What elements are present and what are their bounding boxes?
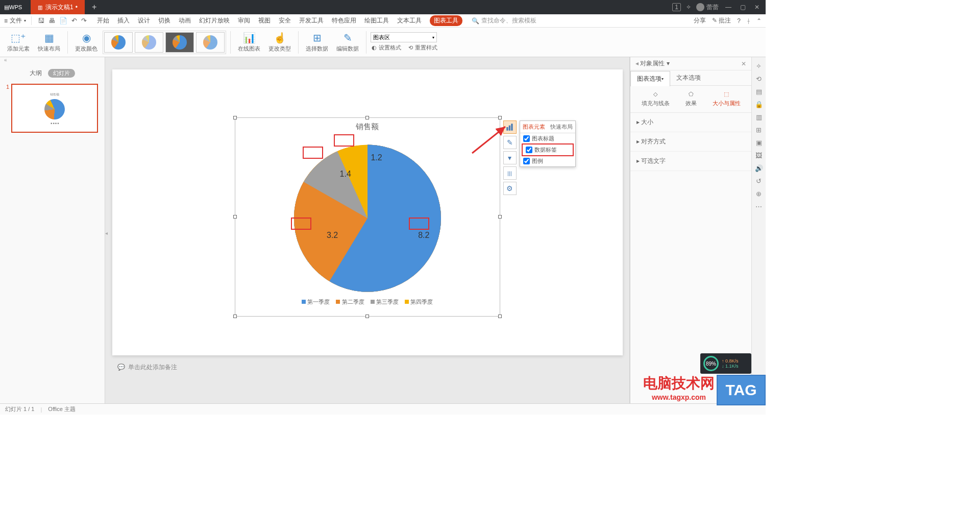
tab-security[interactable]: 安全 [279, 16, 291, 25]
comment-button[interactable]: ✎ 批注 [712, 16, 731, 25]
online-chart-button[interactable]: 📊在线图表 [235, 30, 263, 55]
tab-animation[interactable]: 动画 [179, 16, 191, 25]
section-optional-text[interactable]: ▸ 可选文字 [630, 152, 751, 171]
resize-handle[interactable] [365, 315, 369, 318]
props-tab-chart[interactable]: 图表选项 ▾ [630, 71, 670, 86]
help-icon[interactable]: ? [737, 17, 741, 25]
canvas-area: ◂ 销售额 [105, 57, 630, 403]
popup-opt-labels[interactable]: 数据标签 [522, 143, 574, 156]
tab-start[interactable]: 开始 [97, 16, 109, 25]
minimize-button[interactable]: — [724, 4, 733, 11]
side-tool-10[interactable]: ↺ [756, 177, 762, 185]
print-icon[interactable]: 🖶 [48, 17, 55, 25]
settings-icon[interactable]: ⟊ [747, 17, 750, 25]
set-format-button[interactable]: ◐设置格式 [371, 43, 402, 52]
undo-icon[interactable]: ↶ [71, 17, 77, 25]
maximize-button[interactable]: ▢ [738, 4, 747, 11]
panel-collapse-icon[interactable]: « [0, 57, 105, 66]
popup-tab-elements[interactable]: 图表元素 [520, 121, 548, 133]
slide-canvas[interactable]: 销售额 [112, 69, 623, 355]
tab-slideshow[interactable]: 幻灯片放映 [199, 16, 230, 25]
slides-tab[interactable]: 幻灯片 [48, 69, 75, 78]
edit-data-icon: ✎ [344, 32, 352, 44]
popup-tab-layout[interactable]: 快速布局 [548, 121, 575, 133]
style-preset-2[interactable] [135, 32, 163, 53]
resize-handle[interactable] [365, 116, 369, 119]
add-element-button[interactable]: ⬚⁺添加元素 [4, 30, 33, 55]
command-search[interactable]: 🔍 查找命令、搜索模板 [472, 16, 536, 25]
side-tool-7[interactable]: ▣ [756, 139, 762, 147]
resize-handle[interactable] [498, 116, 502, 119]
tab-transition[interactable]: 切换 [158, 16, 170, 25]
tab-devtools[interactable]: 开发工具 [299, 16, 324, 25]
redo-icon[interactable]: ↷ [81, 17, 87, 25]
quick-layout-button[interactable]: ▦快速布局 [35, 30, 63, 55]
reset-style-button[interactable]: ⟲重置样式 [407, 43, 438, 52]
user-area[interactable]: 蕾蕾 [696, 3, 719, 12]
chart-area-select[interactable]: 图表区▾ [371, 32, 437, 42]
outline-tab[interactable]: 大纲 [30, 69, 42, 78]
side-tool-more[interactable]: ⋯ [755, 203, 762, 210]
save-icon[interactable]: 🖫 [38, 17, 44, 25]
chart-settings-button[interactable]: ⚙ [503, 182, 517, 195]
side-tool-4[interactable]: 🔒 [755, 101, 763, 108]
file-menu[interactable]: ≡ 文件 ▾ [4, 16, 32, 25]
chart-object[interactable]: 销售额 [235, 117, 500, 317]
title-bar: ▤ WPS ▥ 演示文稿1 • + 1 ✧ 蕾蕾 — ▢ ✕ [0, 0, 766, 14]
props-size[interactable]: ⬚大小与属性 [713, 91, 741, 107]
tab-text-tools[interactable]: 文本工具 [397, 16, 422, 25]
side-tool-5[interactable]: ▥ [756, 113, 762, 121]
section-size[interactable]: ▸ 大小 [630, 113, 751, 132]
style-preset-3[interactable] [165, 32, 194, 53]
slide-thumbnail-1[interactable]: 销售额 ■ ■ ■ ■ [11, 84, 98, 133]
popup-opt-title[interactable]: 图表标题 [520, 133, 575, 144]
side-tool-2[interactable]: ⟲ [756, 75, 762, 83]
tab-special[interactable]: 特色应用 [332, 16, 356, 25]
tab-design[interactable]: 设计 [138, 16, 150, 25]
props-effect[interactable]: ⬠效果 [685, 91, 697, 107]
props-tab-text[interactable]: 文本选项 [670, 70, 707, 86]
resize-handle[interactable] [233, 315, 237, 318]
notes-bar[interactable]: 💬 单击此处添加备注 [112, 359, 623, 375]
chart-data-button[interactable]: ⫼ [503, 166, 517, 180]
close-button[interactable]: ✕ [752, 4, 762, 11]
tab-insert[interactable]: 插入 [117, 16, 130, 25]
chart-title[interactable]: 销售额 [235, 118, 500, 132]
style-preset-4[interactable] [196, 32, 225, 53]
document-tab[interactable]: ▥ 演示文稿1 • [31, 0, 85, 14]
new-tab-button[interactable]: + [85, 3, 104, 12]
side-tool-3[interactable]: ▤ [756, 88, 762, 95]
popup-opt-legend[interactable]: 图例 [520, 156, 575, 166]
chevron-left-icon[interactable]: ◂ [635, 60, 639, 67]
change-type-button[interactable]: ☝更改类型 [265, 30, 294, 55]
tab-view[interactable]: 视图 [258, 16, 271, 25]
side-tool-6[interactable]: ⊞ [756, 126, 762, 134]
side-tool-1[interactable]: ✧ [756, 62, 762, 70]
style-preset-1[interactable] [104, 32, 133, 53]
resize-handle[interactable] [233, 215, 237, 219]
select-data-button[interactable]: ⊞选择数据 [303, 30, 331, 55]
section-align[interactable]: ▸ 对齐方式 [630, 132, 751, 152]
badge-count[interactable]: 1 [672, 3, 681, 11]
tab-chart-tools[interactable]: 图表工具 [430, 15, 462, 26]
resize-handle[interactable] [233, 116, 237, 119]
side-tool-11[interactable]: ⊕ [756, 190, 762, 198]
props-fill-line[interactable]: ◇填充与线条 [642, 91, 670, 107]
preview-icon[interactable]: 📄 [59, 17, 67, 25]
canvas-collapse-icon[interactable]: ◂ [105, 230, 108, 236]
change-color-button[interactable]: ◉更改颜色 [72, 30, 101, 55]
chart-legend[interactable]: 第一季度 第二季度 第三季度 第四季度 [235, 298, 500, 306]
annotation-box [409, 218, 429, 230]
collapse-ribbon-icon[interactable]: ⌃ [756, 17, 762, 25]
tab-draw-tools[interactable]: 绘图工具 [364, 16, 389, 25]
side-tool-8[interactable]: 🖼 [755, 152, 762, 159]
resize-handle[interactable] [498, 215, 502, 219]
edit-data-button[interactable]: ✎编辑数据 [333, 30, 362, 55]
share-button[interactable]: 分享 [694, 16, 706, 25]
gift-icon[interactable]: ✧ [686, 4, 691, 11]
tab-review[interactable]: 审阅 [238, 16, 250, 25]
close-panel-icon[interactable]: ✕ [741, 60, 746, 67]
resize-handle[interactable] [498, 315, 502, 318]
avatar-icon [696, 3, 704, 11]
side-tool-9[interactable]: 🔊 [755, 164, 763, 172]
